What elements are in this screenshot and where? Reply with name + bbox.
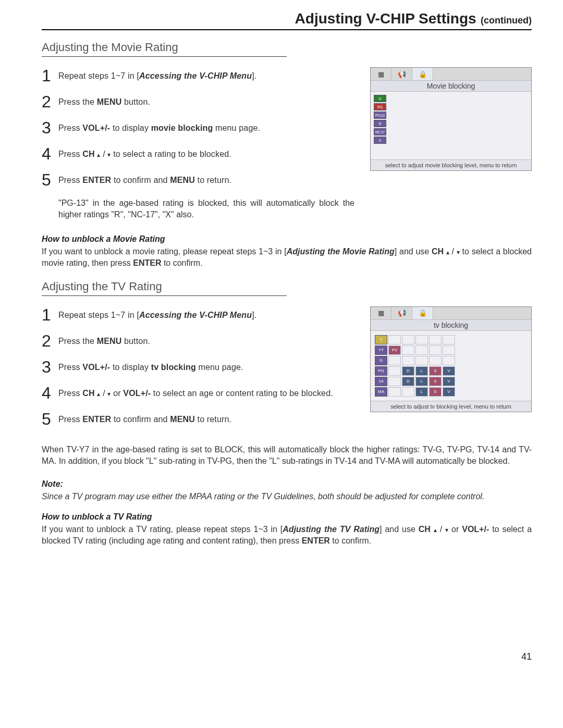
page-number: 41 xyxy=(42,651,532,662)
step-text: Press ENTER to confirm and MENU to retur… xyxy=(58,411,231,425)
tv-auto-block-note: When TV-Y7 in the age-based rating is se… xyxy=(42,444,532,467)
osd-tab-icon: 🔒 xyxy=(412,307,433,319)
cell: S xyxy=(429,387,442,397)
step-text: Press the MENU button. xyxy=(58,93,150,108)
t: to select a rating to be blocked. xyxy=(111,150,231,158)
t: or xyxy=(448,525,462,534)
step-text: Press VOL+/- to display movie blocking m… xyxy=(58,119,260,134)
t: Press xyxy=(58,124,82,132)
osd-tv-panel: ▦ 📢 🔒 tv blocking Y Y7FV G PGDLSV 14DLSV… xyxy=(370,306,532,412)
rating-chip: X xyxy=(374,137,386,144)
step-number: 5 xyxy=(42,411,52,427)
t: CH xyxy=(82,150,94,158)
t: menu page. xyxy=(213,124,260,132)
divider xyxy=(42,295,287,296)
cell: V xyxy=(443,377,455,386)
osd-tab-icon: ▦ xyxy=(371,307,391,319)
t: MENU xyxy=(170,415,195,424)
t: to display xyxy=(110,363,151,372)
cell: FV xyxy=(388,346,401,355)
tv-row-label: PG xyxy=(375,366,387,376)
osd-title: tv blocking xyxy=(371,320,531,331)
t: ENTER xyxy=(82,176,111,184)
step-text: Press the MENU button. xyxy=(58,332,150,347)
unblock-tv-text: If you want to unblock a TV rating, plea… xyxy=(42,524,532,547)
cell: L xyxy=(415,387,428,397)
cell: S xyxy=(429,377,442,386)
t: VOL+/- xyxy=(82,363,110,372)
step-text: Repeat steps 1~7 in [Accessing the V-CHI… xyxy=(58,67,256,82)
t: MENU xyxy=(170,176,195,184)
step: 2 Press the MENU button. xyxy=(42,93,354,110)
page-title-continued: (continued) xyxy=(481,15,532,26)
rating-chip: G xyxy=(374,95,386,102)
t: Press the xyxy=(58,97,97,106)
divider xyxy=(42,56,287,57)
step-number: 2 xyxy=(42,93,52,110)
t: button. xyxy=(121,337,150,346)
cell: D xyxy=(402,377,414,386)
tv-row-label: G xyxy=(375,356,387,365)
section-heading-tv: Adjusting the TV Rating xyxy=(42,280,532,293)
t: ]. xyxy=(252,311,256,319)
step: 3 Press VOL+/- to display movie blocking… xyxy=(42,119,354,136)
arrow-up-icon xyxy=(97,150,100,158)
t: Accessing the V-CHIP Menu xyxy=(139,71,252,80)
t: to confirm and xyxy=(111,415,170,424)
unblock-movie-text: If you want to unblock a movie rating, p… xyxy=(42,246,532,269)
auto-block-note: "PG-13" in the age-based rating is block… xyxy=(58,198,354,221)
step-number: 1 xyxy=(42,306,52,323)
step: 1 Repeat steps 1~7 in [Accessing the V-C… xyxy=(42,67,354,84)
t: MENU xyxy=(97,337,122,346)
osd-body: Y Y7FV G PGDLSV 14DLSV MALSV xyxy=(371,331,531,401)
t: to return. xyxy=(195,415,231,424)
osd-movie-panel: ▦ 📢 🔒 Movie blocking G PG PG13 R NC17 X … xyxy=(370,67,532,171)
section-movie: Adjusting the Movie Rating 1 Repeat step… xyxy=(42,41,532,269)
cell: L xyxy=(415,377,428,386)
t: ENTER xyxy=(82,415,111,424)
t: to confirm. xyxy=(330,536,371,545)
t: to return. xyxy=(195,176,231,184)
tv-row-label: Y xyxy=(375,335,387,344)
osd-tab-icon: ▦ xyxy=(371,68,391,80)
step: 2 Press the MENU button. xyxy=(42,332,354,349)
tv-row-label: Y7 xyxy=(375,346,387,355)
osd-body: G PG PG13 R NC17 X xyxy=(371,92,531,159)
t: Repeat steps 1~7 in [ xyxy=(58,311,139,319)
cell: S xyxy=(429,366,442,376)
osd-tabs: ▦ 📢 🔒 xyxy=(371,68,531,81)
t: to confirm and xyxy=(111,176,170,184)
t: to display xyxy=(110,124,151,132)
t: ENTER xyxy=(133,258,161,267)
step-text: Press CH / to select a rating to be bloc… xyxy=(58,145,231,160)
osd-tabs: ▦ 📢 🔒 xyxy=(371,307,531,320)
t: Press xyxy=(58,389,82,398)
t: or xyxy=(111,389,124,398)
t: CH xyxy=(419,525,431,534)
t: VOL+/- xyxy=(82,124,110,132)
osd-footer: select to adjust movie blocking level, m… xyxy=(371,159,531,170)
t: Press xyxy=(58,415,82,424)
osd-tab-icon: 🔒 xyxy=(412,68,433,80)
tv-row-label: MA xyxy=(375,387,387,397)
step: 4 Press CH / or VOL+/- to select an age … xyxy=(42,385,354,401)
t: CH xyxy=(432,247,444,256)
section-tv: Adjusting the TV Rating 1 Repeat steps 1… xyxy=(42,280,532,547)
tv-rating-grid: Y Y7FV G PGDLSV 14DLSV MALSV xyxy=(374,334,456,398)
note-text: Since a TV program may use either the MP… xyxy=(42,491,532,502)
step-number: 4 xyxy=(42,145,52,162)
t: Press xyxy=(58,150,82,158)
t: VOL+/- xyxy=(123,389,151,398)
step-number: 5 xyxy=(42,171,52,188)
step-number: 3 xyxy=(42,119,52,136)
cell: V xyxy=(443,366,455,376)
t: Accessing the V-CHIP Menu xyxy=(139,311,252,319)
t: Adjusting the Movie Rating xyxy=(287,247,395,256)
t: Repeat steps 1~7 in [ xyxy=(58,71,139,80)
cell: L xyxy=(415,366,428,376)
t: If you want to unblock a TV rating, plea… xyxy=(42,525,283,534)
cell: V xyxy=(443,387,455,397)
step: 1 Repeat steps 1~7 in [Accessing the V-C… xyxy=(42,306,354,323)
t: MENU xyxy=(97,97,122,106)
osd-tab-icon: 📢 xyxy=(391,307,412,319)
